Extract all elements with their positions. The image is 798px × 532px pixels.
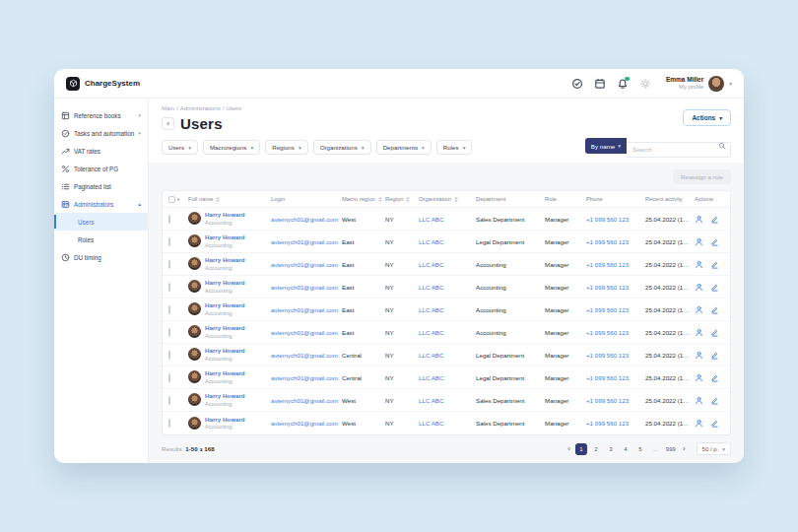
filter-chip-macroregions[interactable]: Macroregions▾ (203, 140, 260, 155)
breadcrumb-item[interactable]: Main (162, 105, 174, 111)
phone-link[interactable]: +1 099 560 123 (586, 374, 645, 381)
full-name-link[interactable]: Harry Howard (205, 233, 245, 240)
phone-link[interactable]: +1 099 560 123 (586, 261, 645, 268)
assign-user-icon[interactable] (695, 419, 703, 428)
column-header-region[interactable]: Region (385, 196, 419, 202)
select-all-checkbox[interactable] (168, 196, 175, 203)
sidebar-item-paginated-list[interactable]: Paginated list (54, 177, 148, 195)
edit-icon[interactable] (710, 351, 719, 360)
login-link[interactable]: avtemych01@gmail.com (271, 306, 342, 313)
edit-icon[interactable] (710, 260, 719, 269)
edit-icon[interactable] (710, 283, 719, 292)
calendar-icon[interactable] (594, 78, 606, 90)
assign-user-icon[interactable] (695, 305, 703, 314)
sort-icon[interactable] (216, 197, 220, 202)
row-checkbox[interactable] (168, 237, 170, 246)
login-link[interactable]: avtemych01@gmail.com (271, 352, 342, 359)
full-name-link[interactable]: Harry Howard (205, 256, 245, 263)
page-button-2[interactable]: 2 (590, 443, 602, 455)
phone-link[interactable]: +1 099 560 123 (586, 420, 645, 427)
row-checkbox[interactable] (168, 419, 170, 428)
full-name-link[interactable]: Harry Howard (205, 279, 245, 286)
edit-icon[interactable] (710, 215, 719, 224)
assign-user-icon[interactable] (695, 237, 703, 246)
edit-icon[interactable] (710, 305, 719, 314)
login-link[interactable]: avtemych01@gmail.com (271, 216, 342, 223)
organization-link[interactable]: LLC ABC (419, 238, 476, 245)
row-checkbox[interactable] (168, 260, 170, 269)
breadcrumb-item[interactable]: Administrations (180, 105, 221, 111)
organization-link[interactable]: LLC ABC (419, 420, 476, 427)
full-name-link[interactable]: Harry Howard (205, 301, 245, 308)
organization-link[interactable]: LLC ABC (419, 306, 476, 313)
next-page-button[interactable]: › (681, 444, 688, 453)
notifications-icon[interactable] (617, 78, 629, 90)
assign-user-icon[interactable] (695, 373, 703, 382)
page-size-select[interactable]: 50 / p. ▾ (697, 442, 731, 455)
phone-link[interactable]: +1 099 560 123 (586, 352, 645, 359)
page-button-1[interactable]: 1 (575, 443, 587, 455)
gear-icon[interactable] (639, 78, 651, 90)
assign-user-icon[interactable] (695, 351, 703, 360)
assign-user-icon[interactable] (695, 328, 703, 337)
sidebar-item-tolerance-of-pg[interactable]: Tolerance of PG (54, 160, 148, 177)
filter-chip-organizations[interactable]: Organizations▾ (313, 140, 371, 155)
filter-chip-departments[interactable]: Departments▾ (376, 140, 432, 155)
chevron-down-icon[interactable]: ▾ (177, 197, 179, 202)
row-checkbox[interactable] (168, 351, 170, 360)
full-name-link[interactable]: Harry Howard (205, 211, 245, 218)
sidebar-item-administrators[interactable]: Administrators▴ (54, 195, 148, 213)
full-name-link[interactable]: Harry Howard (205, 392, 245, 399)
column-header-full-name[interactable]: Full name (188, 196, 271, 202)
login-link[interactable]: avtemych01@gmail.com (271, 238, 342, 245)
profile-menu[interactable]: Emma Miller My profile ▾ (666, 76, 732, 92)
sidebar-item-du-timing[interactable]: DU timing (54, 248, 148, 266)
sort-icon[interactable] (454, 197, 458, 202)
sort-icon[interactable] (378, 197, 382, 202)
login-link[interactable]: avtemych01@gmail.com (271, 284, 342, 291)
sidebar-item-users[interactable]: Users (54, 213, 148, 231)
organization-link[interactable]: LLC ABC (419, 352, 476, 359)
edit-icon[interactable] (710, 373, 719, 382)
actions-button[interactable]: Actions ▾ (683, 109, 731, 126)
row-checkbox[interactable] (168, 215, 170, 224)
organization-link[interactable]: LLC ABC (419, 261, 476, 268)
page-button-4[interactable]: 4 (620, 443, 632, 455)
row-checkbox[interactable] (168, 373, 170, 382)
organization-link[interactable]: LLC ABC (419, 329, 476, 336)
back-button[interactable]: ‹ (162, 117, 174, 130)
column-header-organization[interactable]: Organization (419, 196, 476, 202)
reassign-role-button[interactable]: Reassign a role (673, 169, 731, 184)
login-link[interactable]: avtemych01@gmail.com (271, 374, 342, 381)
row-checkbox[interactable] (168, 328, 170, 337)
full-name-link[interactable]: Harry Howard (205, 347, 245, 354)
row-checkbox[interactable] (168, 396, 170, 405)
phone-link[interactable]: +1 099 560 123 (586, 397, 645, 404)
full-name-link[interactable]: Harry Howard (205, 416, 245, 423)
assign-user-icon[interactable] (695, 396, 703, 405)
page-button-999[interactable]: 999 (664, 443, 678, 455)
organization-link[interactable]: LLC ABC (419, 216, 476, 223)
full-name-link[interactable]: Harry Howard (205, 369, 245, 376)
assign-user-icon[interactable] (695, 260, 703, 269)
login-link[interactable]: avtemych01@gmail.com (271, 397, 342, 404)
sidebar-item-vat-rates[interactable]: VAT rates (54, 142, 148, 160)
phone-link[interactable]: +1 099 560 123 (586, 329, 645, 336)
edit-icon[interactable] (710, 396, 719, 405)
row-checkbox[interactable] (168, 283, 170, 292)
row-checkbox[interactable] (168, 305, 170, 314)
page-button-5[interactable]: 5 (634, 443, 646, 455)
check-circle-icon[interactable] (571, 78, 583, 90)
search-input[interactable] (627, 142, 731, 158)
search-by-dropdown[interactable]: By name ▾ (585, 138, 627, 154)
organization-link[interactable]: LLC ABC (419, 397, 476, 404)
phone-link[interactable]: +1 099 560 123 (586, 216, 645, 223)
filter-chip-users[interactable]: Users▾ (162, 140, 198, 155)
sidebar-item-tasks-and-automation[interactable]: Tasks and automation▾ (54, 124, 148, 142)
phone-link[interactable]: +1 099 560 123 (586, 284, 645, 291)
filter-chip-roles[interactable]: Roles▾ (436, 140, 473, 155)
full-name-link[interactable]: Harry Howard (205, 324, 245, 331)
column-header-macro-region[interactable]: Macro region (342, 196, 385, 202)
sort-icon[interactable] (406, 197, 410, 202)
assign-user-icon[interactable] (695, 283, 703, 292)
